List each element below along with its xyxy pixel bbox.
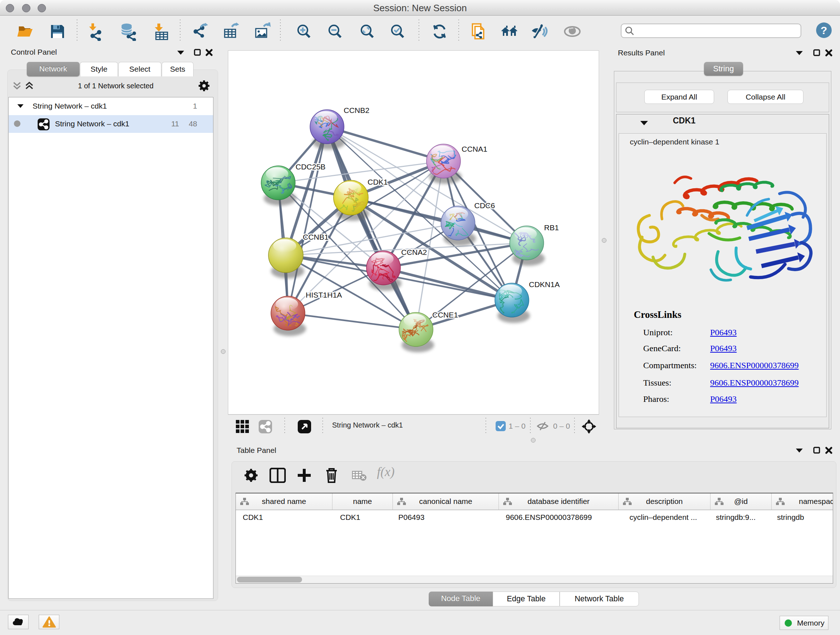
svg-text:CDC25B: CDC25B	[295, 163, 325, 171]
svg-text:CCNB2: CCNB2	[344, 106, 369, 114]
svg-text:CDC6: CDC6	[474, 201, 495, 210]
svg-text:HIST1H1A: HIST1H1A	[306, 291, 342, 299]
svg-text:CCNA2: CCNA2	[401, 248, 427, 256]
svg-text:CDK1: CDK1	[368, 178, 388, 186]
svg-text:CCNB1: CCNB1	[303, 233, 328, 241]
svg-text:CCNE1: CCNE1	[432, 310, 458, 319]
svg-text:CDKN1A: CDKN1A	[529, 280, 560, 288]
svg-text:CCNA1: CCNA1	[462, 145, 487, 153]
svg-text:RB1: RB1	[544, 223, 559, 232]
